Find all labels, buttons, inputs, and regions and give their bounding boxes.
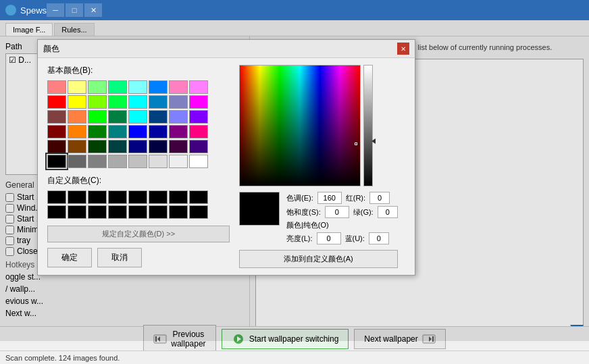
basic-color-cell[interactable] [108, 125, 127, 138]
basic-color-cell[interactable] [128, 155, 147, 168]
custom-color-cell[interactable] [88, 205, 107, 219]
red-input[interactable] [369, 192, 390, 204]
basic-color-cell[interactable] [47, 125, 66, 138]
basic-color-cell[interactable] [68, 140, 86, 153]
basic-color-cell[interactable] [108, 80, 127, 94]
brightness-bar[interactable] [363, 65, 373, 186]
basic-color-cell[interactable] [47, 95, 66, 109]
hue-label: 色调(E): [286, 193, 313, 203]
basic-color-cell[interactable] [169, 125, 188, 138]
spectrum-area [239, 65, 398, 186]
basic-color-cell[interactable] [189, 95, 208, 109]
saturation-row: 饱和度(S): 绿(G): [286, 206, 398, 218]
basic-color-cell[interactable] [47, 155, 66, 168]
luma-input[interactable] [317, 232, 341, 244]
basic-color-cell[interactable] [88, 140, 107, 153]
custom-color-cell[interactable] [108, 205, 127, 219]
basic-color-cell[interactable] [68, 95, 86, 109]
basic-color-cell[interactable] [169, 80, 188, 94]
custom-color-cell[interactable] [108, 190, 127, 204]
basic-color-cell[interactable] [47, 140, 66, 153]
maximize-button[interactable]: □ [66, 3, 83, 17]
dialog-title: 颜色 [43, 43, 59, 55]
basic-color-cell[interactable] [189, 155, 208, 168]
blue-input[interactable] [369, 232, 389, 244]
basic-color-cell[interactable] [128, 95, 147, 109]
app-logo [5, 5, 16, 16]
custom-color-cell[interactable] [189, 205, 208, 219]
basic-color-cell[interactable] [88, 155, 107, 168]
basic-color-cell[interactable] [68, 110, 86, 124]
basic-color-cell[interactable] [128, 125, 147, 138]
basic-color-cell[interactable] [108, 140, 127, 153]
green-label: 绿(G): [353, 207, 374, 217]
basic-color-cell[interactable] [189, 140, 208, 153]
custom-color-cell[interactable] [169, 190, 188, 204]
basic-color-cell[interactable] [108, 95, 127, 109]
app-title: Spews [20, 5, 47, 16]
custom-color-cell[interactable] [149, 205, 168, 219]
basic-color-cell[interactable] [189, 80, 208, 94]
basic-color-cell[interactable] [189, 110, 208, 124]
basic-color-cell[interactable] [47, 80, 66, 94]
basic-color-cell[interactable] [88, 110, 107, 124]
basic-color-cell[interactable] [128, 140, 147, 153]
ok-button[interactable]: 确定 [47, 248, 92, 267]
dialog-right-panel: 色调(E): 红(R): 饱和度(S): 绿(G): [239, 65, 398, 268]
color-preview-section: 色调(E): 红(R): 饱和度(S): 绿(G): [239, 192, 398, 244]
saturation-input[interactable] [325, 206, 349, 218]
custom-color-cell[interactable] [149, 190, 168, 204]
basic-color-cell[interactable] [169, 110, 188, 124]
brightness-slider-container [363, 65, 374, 186]
custom-color-cell[interactable] [169, 205, 188, 219]
custom-color-cell[interactable] [47, 190, 66, 204]
custom-color-cell[interactable] [189, 190, 208, 204]
define-custom-button[interactable]: 规定自定义颜色(D) >> [47, 226, 230, 242]
basic-color-cell[interactable] [88, 95, 107, 109]
hue-input[interactable] [317, 192, 342, 204]
basic-color-cell[interactable] [128, 110, 147, 124]
add-custom-color-button[interactable]: 添加到自定义颜色(A) [239, 250, 398, 268]
basic-color-cell[interactable] [88, 125, 107, 138]
cancel-button[interactable]: 取消 [97, 248, 142, 267]
main-window: Spews ─ □ ✕ www.pc0359.cn Image F... Rul… [0, 0, 589, 364]
green-input[interactable] [378, 206, 398, 218]
custom-color-cell[interactable] [47, 205, 66, 219]
basic-color-cell[interactable] [149, 80, 168, 94]
basic-color-cell[interactable] [169, 140, 188, 153]
basic-color-cell[interactable] [68, 80, 86, 94]
dialog-close-button[interactable]: ✕ [397, 43, 409, 55]
status-text: Scan complete. 124 images found. [5, 354, 120, 362]
custom-color-cell[interactable] [68, 205, 86, 219]
custom-color-cell[interactable] [88, 190, 107, 204]
basic-color-cell[interactable] [149, 140, 168, 153]
basic-color-cell[interactable] [169, 155, 188, 168]
basic-color-cell[interactable] [68, 155, 86, 168]
basic-color-cell[interactable] [47, 110, 66, 124]
basic-color-cell[interactable] [149, 155, 168, 168]
basic-color-cell[interactable] [189, 125, 208, 138]
dialog-left-panel: 基本颜色(B): 自定义颜色(C): 规定自定义颜色(D) >> 确定 取消 [47, 65, 230, 268]
color-values-panel: 色调(E): 红(R): 饱和度(S): 绿(G): [286, 192, 398, 244]
status-bar: Scan complete. 124 images found. [0, 350, 589, 364]
dialog-body: 基本颜色(B): 自定义颜色(C): 规定自定义颜色(D) >> 确定 取消 [38, 58, 415, 275]
spectrum-canvas[interactable] [239, 65, 361, 186]
minimize-button[interactable]: ─ [47, 3, 64, 17]
custom-color-cell[interactable] [128, 205, 147, 219]
hue-row: 色调(E): 红(R): [286, 192, 398, 204]
basic-color-cell[interactable] [88, 80, 107, 94]
basic-color-cell[interactable] [149, 95, 168, 109]
basic-color-cell[interactable] [149, 110, 168, 124]
dialog-action-buttons: 确定 取消 [47, 248, 230, 267]
basic-color-cell[interactable] [108, 110, 127, 124]
close-button[interactable]: ✕ [84, 3, 102, 17]
basic-color-cell[interactable] [149, 125, 168, 138]
saturation-label: 饱和度(S): [286, 207, 321, 217]
basic-color-cell[interactable] [108, 155, 127, 168]
basic-color-cell[interactable] [128, 80, 147, 94]
custom-color-cell[interactable] [68, 190, 86, 204]
color-dialog: 颜色 ✕ 基本颜色(B): 自定义颜色(C): 规定自定义颜色(D) >> 确定 [37, 39, 415, 276]
custom-color-cell[interactable] [128, 190, 147, 204]
basic-color-cell[interactable] [169, 95, 188, 109]
basic-color-cell[interactable] [68, 125, 86, 138]
